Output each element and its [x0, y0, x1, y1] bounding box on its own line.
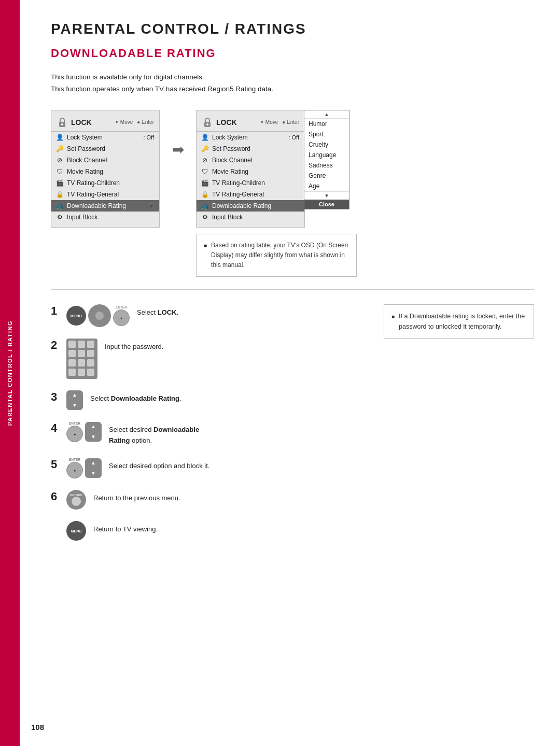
menu-nav-left: ✦ Move ● Enter — [115, 119, 154, 125]
menu-button-7[interactable]: MENU — [66, 521, 86, 541]
menu-item-lock-system[interactable]: 👤 Lock System : Off — [51, 132, 159, 143]
step-6-icons: RETURN — [66, 490, 86, 510]
dropdown-item-cruelty[interactable]: Cruelty — [304, 139, 349, 150]
enter-button-1[interactable]: ● — [113, 309, 130, 326]
menu-item-movie-rating-r[interactable]: 🛡 Movie Rating — [197, 166, 304, 177]
menu-item-movie-rating[interactable]: 🛡 Movie Rating — [51, 166, 159, 177]
dpad-button-1[interactable] — [88, 304, 111, 327]
return-button[interactable]: RETURN — [66, 490, 86, 510]
enter-button-5[interactable]: ● — [66, 462, 83, 478]
dropdown-item-language[interactable]: Language — [304, 150, 349, 160]
section-divider — [51, 289, 534, 290]
numpad-button[interactable] — [66, 339, 97, 379]
step-4-text: Select desired DownloadableRating option… — [109, 421, 199, 446]
key-icon: 🔑 — [55, 145, 64, 153]
step-2-icons — [66, 339, 97, 379]
menu-item-lock-system-r[interactable]: 👤 Lock System : Off — [197, 132, 304, 143]
block-icon: ⊘ — [55, 156, 64, 164]
lock-icon-left — [57, 117, 68, 128]
person-icon-r: 👤 — [201, 133, 209, 142]
lock-icon-menu-r: 🔒 — [201, 190, 209, 199]
remote-icon-left: 📺 — [55, 202, 64, 210]
enter-button-4[interactable]: ● — [66, 426, 83, 442]
enter-label-4: ENTER — [69, 421, 80, 425]
return-inner — [72, 497, 81, 506]
numpad-8 — [78, 359, 85, 367]
dropdown-up-arrow: ▲ — [304, 110, 349, 119]
svg-point-1 — [61, 123, 63, 125]
diagram-area: LOCK ✦ Move ● Enter 👤 Lock System : Off … — [51, 110, 534, 277]
menu-item-tv-general[interactable]: 🔒 TV Rating-General — [51, 189, 159, 200]
dropdown-box: ▲ Humor Sport Cruelty Language Sadness G… — [304, 110, 349, 209]
menu-header-right: LOCK ✦ Move ● Enter — [197, 115, 304, 132]
lock-icon-menu: 🔒 — [55, 190, 64, 199]
intro-line-2: This function operates only when TV has … — [51, 83, 534, 95]
menu-box-right: LOCK ✦ Move ● Enter 👤 Lock System : Off … — [196, 110, 305, 228]
shield-icon-left: 🛡 — [55, 167, 64, 176]
remote-icon-r: 📺 — [201, 202, 209, 210]
down-arrow-4: ▼ — [91, 434, 96, 440]
menu-item-downloadable-r[interactable]: 📺 Downloadable Rating — [197, 200, 304, 212]
menu-item-tv-general-r[interactable]: 🔒 TV Rating-General — [197, 189, 304, 200]
menu-header-left: LOCK ✦ Move ● Enter — [51, 115, 159, 132]
menu-item-input-block-left[interactable]: ⚙ Input Block — [51, 212, 159, 223]
steps-right: ■ If a Downloadable rating is locked, en… — [384, 304, 534, 339]
settings-icon-r: ⚙ — [201, 213, 209, 221]
page-title: PARENTAL CONTROL / RATINGS — [51, 21, 534, 37]
dropdown-item-genre[interactable]: Genre — [304, 171, 349, 181]
menu-item-set-password-r[interactable]: 🔑 Set Password — [197, 143, 304, 154]
step-1-text: Select LOCK. — [137, 304, 178, 318]
step-2-text: Input the password. — [105, 339, 163, 353]
step-6-text: Return to the previous menu. — [93, 490, 180, 504]
dropdown-item-age[interactable]: Age — [304, 181, 349, 191]
note-bullet-icon: ■ — [204, 242, 207, 250]
enter-label-1: ENTER — [116, 305, 127, 309]
menu-item-block-channel-r[interactable]: ⊘ Block Channel — [197, 154, 304, 166]
menu-item-block-channel[interactable]: ⊘ Block Channel — [51, 154, 159, 166]
right-diagram-row: LOCK ✦ Move ● Enter 👤 Lock System : Off … — [196, 110, 349, 228]
menu-item-input-block-r[interactable]: ⚙ Input Block — [197, 212, 304, 223]
dropdown-item-sadness[interactable]: Sadness — [304, 160, 349, 171]
up-arrow-4: ▲ — [91, 424, 96, 429]
step-number-4: 4 — [51, 423, 59, 434]
block-icon-r: ⊘ — [201, 156, 209, 164]
right-arrow-icon: ➡ — [172, 141, 184, 158]
menu-item-tv-children[interactable]: 🎬 TV Rating-Children — [51, 177, 159, 189]
page-number: 108 — [31, 723, 44, 731]
step-1-icons: MENU ENTER ● — [66, 304, 130, 327]
enter-wrap-5: ENTER ● — [66, 458, 83, 478]
step-4: 4 ENTER ● ▲ ▼ Select desired Downloadabl… — [51, 421, 368, 446]
arrow-container: ➡ — [160, 110, 196, 158]
menu-item-downloadable-left[interactable]: 📺 Downloadable Rating — [51, 200, 159, 212]
menu-item-tv-children-r[interactable]: 🎬 TV Rating-Children — [197, 177, 304, 189]
sidebar: PARENTAL CONTROL / RATING — [0, 0, 20, 746]
updown-button-3[interactable]: ▲ ▼ — [66, 390, 83, 410]
note-bullet-row: ■ Based on rating table, your TV's OSD (… — [204, 241, 349, 271]
menu-nav-right: ✦ Move ● Enter — [260, 119, 299, 125]
step-6: 6 RETURN Return to the previous menu. — [51, 490, 368, 510]
updown-button-5[interactable]: ▲ ▼ — [85, 458, 102, 478]
numpad-11 — [78, 369, 85, 376]
step-number-6: 6 — [51, 491, 59, 502]
side-note-text: If a Downloadable rating is locked, ente… — [399, 311, 526, 332]
shield-icon-r: 🛡 — [201, 167, 209, 176]
side-note-bullet: ■ If a Downloadable rating is locked, en… — [391, 311, 526, 332]
menu-title-left: LOCK — [71, 118, 111, 126]
note-text: Based on rating table, your TV's OSD (On… — [211, 241, 349, 271]
numpad-5 — [78, 350, 85, 357]
menu-button-1[interactable]: MENU — [66, 306, 86, 326]
numpad-3 — [87, 341, 94, 348]
dropdown-item-humor[interactable]: Humor — [304, 119, 349, 129]
note-box: ■ Based on rating table, your TV's OSD (… — [196, 234, 357, 277]
menu-dot-left — [149, 203, 154, 208]
dropdown-item-sport[interactable]: Sport — [304, 129, 349, 139]
numpad-10 — [68, 369, 76, 376]
numpad-2 — [78, 341, 85, 348]
dropdown-close-button[interactable]: Close — [304, 200, 349, 209]
up-arrow-3: ▲ — [72, 392, 77, 398]
menu-item-set-password[interactable]: 🔑 Set Password — [51, 143, 159, 154]
side-note-bullet-icon: ■ — [391, 313, 395, 321]
updown-button-4[interactable]: ▲ ▼ — [85, 422, 102, 442]
menu-title-right: LOCK — [216, 118, 257, 126]
movie-icon-left: 🎬 — [55, 179, 64, 187]
